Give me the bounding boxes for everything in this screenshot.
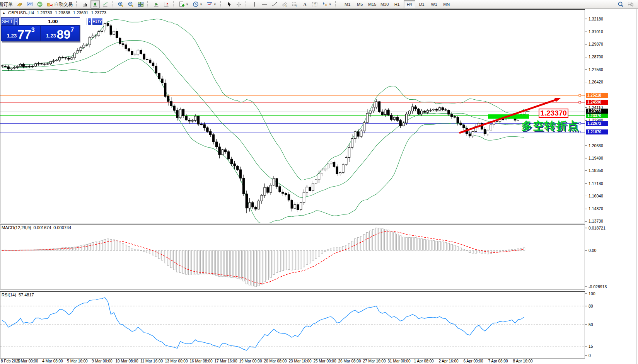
sell-price-big: 77 xyxy=(17,29,31,40)
buy-button[interactable]: BUY xyxy=(92,18,102,25)
text-icon[interactable]: A xyxy=(300,0,309,9)
price-badge-1.25218: 1.25218 xyxy=(586,93,608,98)
rsi-pane xyxy=(0,298,585,350)
vertical-line-icon[interactable] xyxy=(250,0,259,9)
text-label-icon[interactable]: T xyxy=(310,0,319,9)
bollinger-upper-line xyxy=(2,19,524,180)
timeframe-m5[interactable]: M5 xyxy=(354,0,366,8)
volume-input[interactable] xyxy=(19,18,87,25)
svg-text:T: T xyxy=(314,2,316,6)
ohlc-open: 1.23733 xyxy=(37,10,52,15)
auto-scroll-icon[interactable] xyxy=(152,0,161,9)
time-axis-label: 6 Apr 00:00 xyxy=(463,359,483,363)
svg-text:15: 15 xyxy=(589,344,593,349)
macd-signal-line xyxy=(2,231,524,283)
timeframe-mn[interactable]: MN xyxy=(441,0,452,8)
cursor-icon[interactable] xyxy=(224,0,234,9)
mt4-window: 1.321801.310101.298701.287001.275601.264… xyxy=(0,0,638,364)
ohlc-low: 1.23691 xyxy=(73,10,89,15)
time-axis-label: 2 Apr 16:00 xyxy=(438,359,459,363)
svg-text:1.26420: 1.26420 xyxy=(589,80,603,84)
svg-text:1.20630: 1.20630 xyxy=(589,143,603,148)
timeframe-m30[interactable]: M30 xyxy=(379,0,391,8)
zoom-out-icon[interactable] xyxy=(126,0,135,9)
current-price-badge: 1.23773 xyxy=(586,109,608,114)
timeframe-w1[interactable]: W1 xyxy=(428,0,440,8)
time-axis-label: 1 Apr 08:00 xyxy=(414,359,434,363)
timeframe-d1[interactable]: D1 xyxy=(416,0,428,8)
one-click-trade-panel: SELL ▼ ▲ BUY 1.23 77 3 1.23 89 7 xyxy=(1,17,80,41)
svg-text:F: F xyxy=(296,5,297,7)
price-badge-1.24590: 1.24590 xyxy=(586,100,608,105)
time-axis-label: 9 Mar 00:00 xyxy=(92,359,113,363)
trendline-icon[interactable] xyxy=(270,0,279,9)
candlestick-series xyxy=(1,21,525,213)
chat-icon[interactable] xyxy=(626,0,635,9)
trend-arrow-head[interactable] xyxy=(554,98,561,102)
price-callout-box[interactable]: 1.23370 xyxy=(539,109,568,118)
macd-signal-value: 0.000744 xyxy=(53,225,71,230)
timeframe-group: M1M5M15M30H1H4D1W1MN xyxy=(341,0,453,8)
periods-button[interactable]: ▼ xyxy=(191,0,204,9)
arrows-icon[interactable]: ▼ xyxy=(320,0,333,9)
crosshair-icon[interactable] xyxy=(234,0,244,9)
timeframe-m15[interactable]: M15 xyxy=(367,0,378,8)
hline-handle-1.25218[interactable] xyxy=(579,94,581,96)
new-order-button[interactable]: 新订单 xyxy=(0,0,14,9)
zoom-in-icon[interactable] xyxy=(116,0,125,9)
time-axis-label: 31 Mar 00:00 xyxy=(388,359,411,363)
broadcast-icon[interactable] xyxy=(35,0,44,9)
toolbar-separator xyxy=(76,1,78,7)
sell-button[interactable]: SELL xyxy=(2,18,14,25)
toolbar-separator xyxy=(147,1,150,7)
rsi-pane-frame xyxy=(0,292,585,359)
rsi-indicator-label: RSI(14) 57.4817 xyxy=(2,293,34,297)
svg-text:1.14870: 1.14870 xyxy=(589,206,603,211)
sell-price-display[interactable]: 1.23 77 3 xyxy=(2,26,40,41)
symbol-name: GBPUSD-,H4 xyxy=(8,10,34,15)
horizontal-line-icon[interactable] xyxy=(260,0,269,9)
svg-text:1.17180: 1.17180 xyxy=(589,181,603,186)
candlestick-chart-icon[interactable] xyxy=(90,0,100,9)
last-price-dash xyxy=(526,111,529,112)
terminal-icon[interactable] xyxy=(25,0,34,9)
search-icon[interactable] xyxy=(616,0,625,9)
toolbar-separator xyxy=(246,1,248,7)
time-axis-label: 7 Apr 08:00 xyxy=(488,359,508,363)
timeframe-m1[interactable]: M1 xyxy=(342,0,353,8)
svg-text:1.13730: 1.13730 xyxy=(589,219,603,223)
channel-icon[interactable]: E xyxy=(280,0,289,9)
volume-increase-button[interactable]: ▲ xyxy=(88,18,91,25)
svg-text:-0.028913: -0.028913 xyxy=(589,284,607,289)
volume-decrease-button[interactable]: ▼ xyxy=(14,18,18,25)
timeframe-h1[interactable]: H1 xyxy=(391,0,403,8)
symbol-triangle-icon: ▲ xyxy=(2,11,5,15)
order-history-icon[interactable] xyxy=(15,0,24,9)
indicators-button[interactable]: ▼ xyxy=(177,0,190,9)
toolbar-right-group xyxy=(616,0,636,9)
sell-price-pip: 3 xyxy=(31,27,35,34)
tile-windows-icon[interactable] xyxy=(136,0,145,9)
svg-text:80: 80 xyxy=(589,304,593,308)
time-axis-label: 11 Mar 16:00 xyxy=(140,359,163,363)
line-chart-icon[interactable] xyxy=(101,0,110,9)
timeframe-h4[interactable]: H4 xyxy=(404,0,415,8)
toolbar-separator xyxy=(173,1,175,7)
toolbar-separator xyxy=(220,1,222,7)
time-axis-label: 23 Mar 16:00 xyxy=(289,359,312,363)
svg-text:50: 50 xyxy=(589,322,593,327)
chart-canvas[interactable]: 1.321801.310101.298701.287001.275601.264… xyxy=(0,0,638,364)
time-axis-label: 4 Mar 08:00 xyxy=(42,359,63,363)
annotation-note-text[interactable]: 多空转折点 xyxy=(521,119,579,133)
hline-handle-1.24590[interactable] xyxy=(579,101,581,103)
chart-shift-icon[interactable] xyxy=(162,0,171,9)
bar-chart-icon[interactable] xyxy=(80,0,90,9)
svg-text:1.28700: 1.28700 xyxy=(589,54,603,59)
fibonacci-icon[interactable]: F xyxy=(290,0,299,9)
buy-price-display[interactable]: 1.23 89 7 xyxy=(41,26,80,41)
time-axis-label: 5 Mar 16:00 xyxy=(67,359,88,363)
templates-button[interactable]: ▼ xyxy=(205,0,218,9)
svg-text:1.19490: 1.19490 xyxy=(589,156,603,160)
rsi-line xyxy=(2,298,524,350)
autotrade-button[interactable]: 自动交易 xyxy=(45,0,74,9)
